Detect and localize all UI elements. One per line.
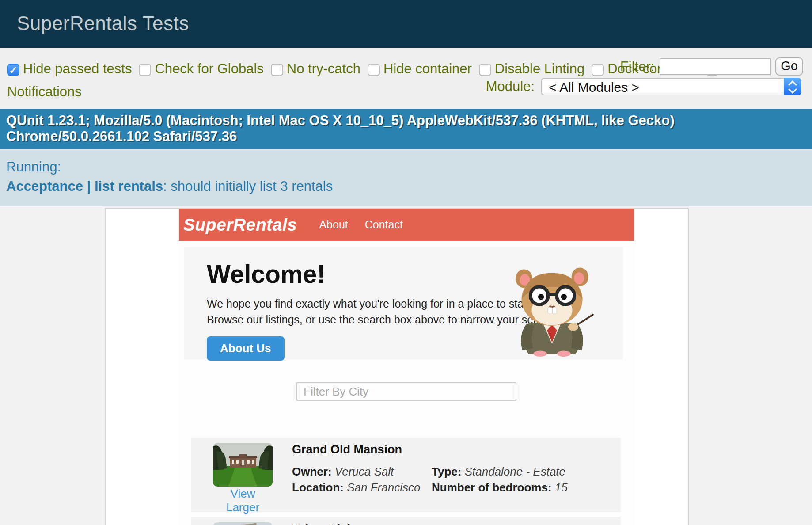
checkbox-hide-container[interactable]: [368, 64, 380, 76]
label-disable-linting[interactable]: Disable Linting: [495, 61, 584, 76]
checkbox-hide-passed-tests[interactable]: [7, 64, 19, 76]
module-select-value: < All Modules >: [542, 79, 801, 95]
rental-bedrooms: Number of bedrooms: 15: [432, 479, 612, 495]
rental-listing-urban-living: Urban Living Owner: Mike Teavee Type: Co…: [191, 517, 621, 525]
module-label: Module:: [486, 79, 535, 95]
rental-photo-mansion[interactable]: [213, 443, 273, 487]
app-nav: SuperRentals About Contact: [179, 209, 634, 241]
jumbotron: Welcome! We hope you find exactly what y…: [184, 247, 623, 359]
checkbox-dock-container[interactable]: [592, 64, 604, 76]
filter-by-city-input[interactable]: [296, 382, 516, 401]
toolbar-item-no-trycatch: No try-catch: [271, 61, 360, 76]
label-check-for-globals[interactable]: Check for Globals: [155, 61, 263, 76]
checkbox-no-try-catch[interactable]: [271, 64, 283, 76]
filter-label: Filter:: [620, 59, 655, 75]
app-brand-logo[interactable]: SuperRentals: [183, 215, 297, 235]
filter-group: Filter: Go: [620, 57, 803, 76]
rental-content: Urban Living Owner: Mike Teavee Type: Co…: [292, 522, 612, 525]
label-no-try-catch[interactable]: No try-catch: [287, 61, 360, 76]
filter-input[interactable]: [660, 58, 771, 75]
rental-location: Location: San Francisco: [292, 479, 432, 495]
module-group: Module: < All Modules >: [486, 78, 801, 95]
rental-photo-building[interactable]: [213, 522, 273, 525]
nav-link-about[interactable]: About: [319, 218, 348, 231]
test-result-bar: Running: Acceptance | list rentals: shou…: [0, 149, 812, 206]
toolbar-item-disable-linting: Disable Linting: [479, 61, 584, 76]
rental-listing-grand-old-mansion: View Larger Grand Old Mansion Owner: Ver…: [191, 438, 621, 512]
rental-content: Grand Old Mansion Owner: Veruca Salt Typ…: [292, 443, 612, 495]
go-button[interactable]: Go: [775, 57, 803, 76]
toolbar-item-check-globals: Check for Globals: [139, 61, 263, 76]
rental-details: Owner: Veruca Salt Type: Standalone - Es…: [292, 464, 612, 495]
tomster-mascot-image: [509, 263, 595, 357]
page-title: SuperRentals Tests: [17, 12, 812, 34]
label-hide-container[interactable]: Hide container: [383, 61, 472, 76]
toolbar-item-hide-passed: Hide passed tests: [7, 61, 132, 76]
toolbar-item-hide-container: Hide container: [368, 61, 472, 76]
view-larger-link[interactable]: View Larger: [213, 487, 273, 514]
checkbox-disable-linting[interactable]: [479, 64, 491, 76]
select-stepper-icon[interactable]: [784, 78, 801, 95]
label-hide-passed-tests[interactable]: Hide passed tests: [23, 61, 132, 76]
rental-type: Type: Standalone - Estate: [432, 464, 612, 479]
rental-owner: Owner: Veruca Salt: [292, 464, 432, 479]
nav-link-contact[interactable]: Contact: [365, 218, 403, 231]
main-area: SuperRentals About Contact Welcome! We h…: [0, 208, 812, 525]
qunit-toolbar: Hide passed testsCheck for GlobalsNo try…: [0, 48, 812, 109]
ember-testing-container: SuperRentals About Contact Welcome! We h…: [105, 208, 689, 525]
checkbox-check-for-globals[interactable]: [139, 64, 151, 76]
running-test-module: Acceptance | list rentals: [6, 179, 163, 194]
running-test-name: : should initially list 3 rentals: [163, 179, 333, 194]
running-label: Running:: [6, 159, 61, 175]
user-agent-banner: QUnit 1.23.1; Mozilla/5.0 (Macintosh; In…: [0, 109, 812, 149]
super-rentals-app: SuperRentals About Contact Welcome! We h…: [179, 209, 634, 525]
module-select[interactable]: < All Modules >: [541, 78, 801, 95]
rental-title: Grand Old Mansion: [292, 443, 612, 457]
qunit-header: SuperRentals Tests: [0, 0, 812, 48]
about-us-button[interactable]: About Us: [207, 336, 285, 361]
rental-title: Urban Living: [292, 522, 612, 525]
